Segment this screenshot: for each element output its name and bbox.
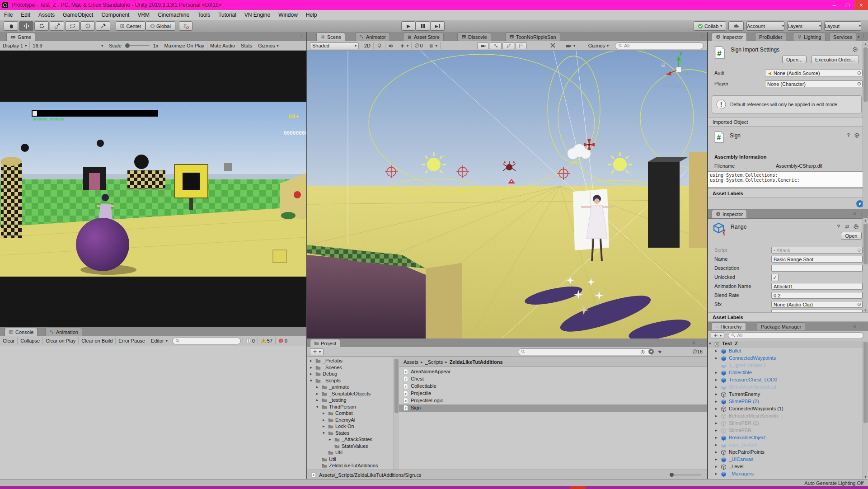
pivot-toggle[interactable]: Center [116, 21, 145, 31]
asset-zoom-slider[interactable] [670, 473, 701, 477]
audi-picker-icon[interactable]: ⊙ [857, 70, 861, 76]
move-tool-icon[interactable] [19, 21, 33, 31]
console-error-pause-toggle[interactable]: Error Pause [116, 337, 148, 344]
unlocked-checkbox[interactable]: ✓ [771, 274, 779, 281]
file-chest[interactable]: Chest [399, 376, 707, 383]
menu-tutorial[interactable]: Tutorial [214, 10, 240, 20]
menu-edit[interactable]: Edit [17, 10, 34, 20]
sfx-object-field[interactable]: None (Audio Clip)⊙ [771, 301, 863, 308]
project-create-button[interactable]: ▾ [310, 348, 324, 355]
game-tab-menu-icon[interactable]: ⋮ [299, 33, 304, 39]
tab-project[interactable]: Project [310, 339, 340, 347]
folder-testing[interactable]: ▸_testing [307, 397, 399, 404]
folder-attackstates[interactable]: ▸_AttackStates [307, 437, 399, 443]
file-collectiable[interactable]: Collectiable [399, 383, 707, 390]
console-warning-badge[interactable]: 57 [258, 337, 276, 344]
maximize-button[interactable]: □ [841, 0, 854, 10]
draw-mode-dropdown[interactable]: Shaded▾ [310, 42, 359, 49]
range-menu-icon[interactable]: ⋮ [859, 211, 864, 216]
scale-slider-knob[interactable] [125, 43, 130, 48]
tab-package-manager[interactable]: Package Manager [757, 322, 805, 330]
hierarchy-item[interactable]: ▸TreasureChest_LOD0› [708, 377, 868, 384]
animation-name-input[interactable]: Attack01 [771, 283, 863, 290]
project-tree-scrollbar[interactable] [394, 357, 399, 470]
vrm-pen-button[interactable] [502, 42, 514, 49]
rect-tool-icon[interactable] [65, 21, 80, 31]
project-lock-icon[interactable] [691, 340, 696, 345]
hierarchy-item[interactable]: ▸_Level [708, 464, 868, 471]
space-toggle[interactable]: Global [145, 21, 175, 31]
hierarchy-item[interactable]: ▸vase_broken› [708, 442, 868, 449]
range-gear-icon[interactable] [853, 224, 859, 230]
scene-audio-toggle[interactable] [385, 42, 397, 49]
scale-tool-icon[interactable] [50, 21, 64, 31]
folder-zeldaliketutadditions[interactable]: ZeldaLikeTutAdditions▾ [307, 463, 399, 470]
favorites-star-icon[interactable]: ★ [657, 349, 662, 355]
hierarchy-create-button[interactable]: ▾ [711, 332, 724, 339]
menu-vrm[interactable]: VRM [133, 10, 154, 20]
pause-button[interactable] [416, 21, 430, 31]
hierarchy-item[interactable]: ▸_Managers› [708, 471, 868, 478]
console-clear-on-play-toggle[interactable]: Clear on Play [43, 337, 79, 344]
close-button[interactable]: × [854, 0, 868, 10]
tab-asset-store[interactable]: Asset Store [403, 33, 444, 41]
scene-effects-dropdown[interactable]: ▾ [397, 42, 412, 49]
project-search-input[interactable] [518, 348, 653, 355]
folder-util-inner[interactable]: Util [307, 450, 399, 456]
blend-rate-input[interactable]: 0.2 [771, 292, 863, 299]
tab-scene[interactable]: Scene [316, 33, 345, 41]
cloud-button[interactable] [728, 21, 744, 31]
custom-tool-icon[interactable] [96, 21, 110, 31]
folder-animate[interactable]: ▸_animate [307, 384, 399, 391]
stats-toggle[interactable]: Stats [238, 42, 255, 49]
menu-assets[interactable]: Assets [34, 10, 59, 20]
hierarchy-item[interactable]: 1_ignot Variant 1› [708, 362, 868, 370]
player-picker-icon[interactable]: ⊙ [857, 81, 861, 87]
folder-thirdperson[interactable]: ▾ThirdPerson [307, 404, 399, 411]
minimize-button[interactable]: – [827, 0, 841, 10]
game-gizmos-dropdown[interactable]: Gizmos▾ [255, 42, 281, 49]
hierarchy-item[interactable]: ▸SlimeMeshSmoothed [708, 384, 868, 391]
play-button[interactable]: ▶ [401, 21, 416, 31]
aspect-dropdown[interactable]: 16:9▾ [30, 42, 106, 49]
folder-scriptableobjects[interactable]: ▸_ScriptableObjects [307, 391, 399, 398]
menu-window[interactable]: Window [274, 10, 302, 20]
grid-snap-icon[interactable] [179, 21, 192, 31]
maximize-on-play-toggle[interactable]: Maximize On Play [161, 42, 207, 49]
range-open-button[interactable]: Open [841, 232, 862, 240]
scene-gizmos-dropdown[interactable]: Gizmos▾ [586, 42, 611, 49]
range-lock-icon[interactable] [852, 211, 857, 216]
menu-component[interactable]: Component [97, 10, 133, 20]
menu-cinemachine[interactable]: Cinemachine [154, 10, 193, 20]
step-button[interactable]: ▶ [430, 21, 445, 31]
transform-tool-icon[interactable] [80, 21, 95, 31]
layout-dropdown[interactable]: Layout▾ [824, 21, 861, 31]
tab-probuilder[interactable]: ProBuilder [755, 33, 786, 41]
hierarchy-item[interactable]: ▸Collectible› [708, 370, 868, 377]
console-log-area[interactable] [0, 346, 306, 479]
execution-order-button[interactable]: Execution Order... [811, 56, 859, 63]
console-clear-button[interactable]: Clear [0, 337, 18, 344]
menu-file[interactable]: File [0, 10, 17, 20]
hierarchy-item[interactable]: ▸TurrentEnemy [708, 391, 868, 399]
menu-vn-engine[interactable]: VN Engine [240, 10, 274, 20]
tab-animation[interactable]: Animation [45, 328, 82, 336]
player-object-field[interactable]: None (Character)⊙ [765, 80, 863, 87]
hand-tool-icon[interactable] [4, 21, 18, 31]
hierarchy-item[interactable]: ▸SlimePBR (2)› [708, 399, 868, 406]
hierarchy-item[interactable]: ▸ConnectedWaypoints› [708, 355, 868, 362]
layers-dropdown[interactable]: Layers▾ [787, 21, 821, 31]
folder-lockon[interactable]: ▸Lock-On [307, 423, 399, 430]
file-areanameappear[interactable]: AreaNameAppear [399, 368, 707, 376]
vrm-pose-button[interactable] [490, 42, 502, 49]
open-script-button[interactable]: Open... [782, 56, 807, 63]
hierarchy-menu-icon[interactable]: ⋮ [859, 323, 864, 329]
file-sign-selected[interactable]: Sign [399, 404, 707, 412]
hierarchy-item[interactable]: ▸BeholderMeshSmooth [708, 413, 868, 420]
tab-animator[interactable]: Animator [355, 33, 390, 41]
folder-util[interactable]: Util [307, 456, 399, 463]
tab-toonnoripplesan[interactable]: ToonNoRippleSan [505, 33, 560, 41]
breadcrumb-scripts[interactable]: _Scripts [425, 359, 443, 365]
scene-lighting-toggle[interactable] [374, 42, 385, 49]
2d-toggle[interactable]: 2D [361, 42, 374, 49]
